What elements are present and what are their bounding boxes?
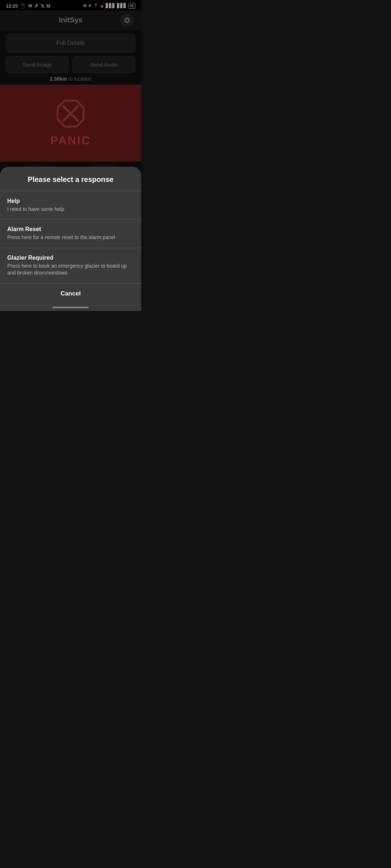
- response-desc-alarm-reset: Press here for a remote reset to the ala…: [7, 234, 134, 241]
- response-title-help: Help: [7, 198, 134, 204]
- response-title-alarm-reset: Alarm Reset: [7, 226, 134, 233]
- home-bar: [52, 307, 89, 308]
- modal-overlay: Please select a response Help I need to …: [0, 0, 141, 311]
- response-item-alarm-reset[interactable]: Alarm Reset Press here for a remote rese…: [0, 219, 141, 248]
- response-desc-help: I need to have some help: [7, 206, 134, 213]
- response-item-glazier[interactable]: Glazier Required Press here to book an e…: [0, 248, 141, 283]
- modal-title: Please select a response: [0, 175, 141, 191]
- home-indicator: [0, 304, 141, 311]
- cancel-button[interactable]: Cancel: [0, 283, 141, 304]
- modal-sheet: Please select a response Help I need to …: [0, 167, 141, 311]
- response-title-glazier: Glazier Required: [7, 255, 134, 261]
- response-desc-glazier: Press here to book an emergency glazier …: [7, 263, 134, 277]
- response-item-help[interactable]: Help I need to have some help: [0, 191, 141, 220]
